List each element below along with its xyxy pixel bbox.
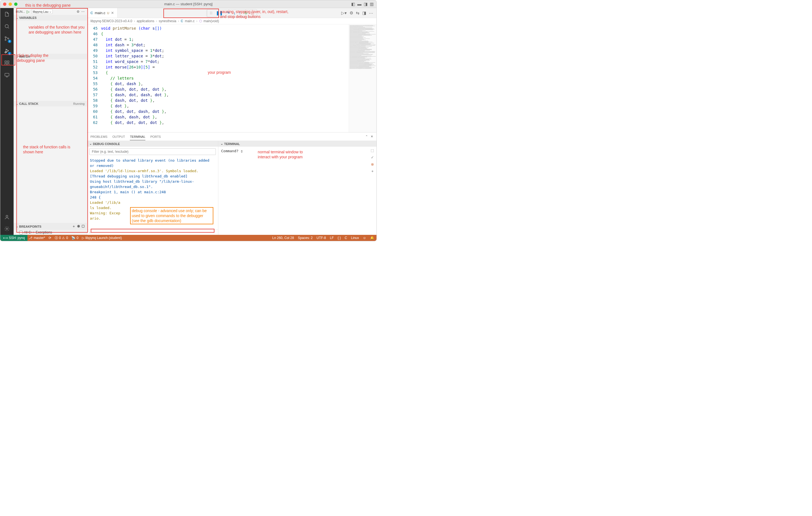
code-content[interactable]: void printMorse (char s[]){ int dot = 1;… (101, 26, 349, 132)
minimize-window-button[interactable] (9, 2, 12, 6)
breakpoints-section-header[interactable]: ⌄BREAKPOINTS ＋ ◉ ▢ (13, 223, 87, 230)
debug-badge: 1 (8, 52, 11, 55)
add-breakpoint-icon[interactable]: ＋ (72, 224, 76, 229)
remove-breakpoints-icon[interactable]: ▢ (82, 224, 85, 229)
encoding[interactable]: UTF-8 (317, 236, 326, 240)
terminal-content[interactable]: Command? ▯ (218, 147, 368, 235)
toggle-panel-icon[interactable]: ▬ (357, 2, 361, 7)
minimap[interactable]: ▬▬▬▬▬▬▬▬▬ ▬ ▬▬▬▬▬▬▬▬▬▬▬▬▬▬▬▬ ▬▬▬ ▬▬ ▬▬▬▬… (349, 24, 376, 132)
scm-badge: 8 (8, 40, 11, 43)
os-indicator[interactable]: Linux (351, 236, 359, 240)
tab-problems[interactable]: PROBLEMS (90, 135, 107, 139)
tab-ports[interactable]: PORTS (150, 135, 161, 139)
warning-icon: ⚠ (62, 236, 65, 240)
debug-config-select[interactable]: libpynq Lau⌵ (31, 9, 53, 14)
step-out-button[interactable]: ↑ (239, 10, 241, 15)
terminal-header[interactable]: ⌄TERMINAL (218, 141, 376, 147)
remote-explorer-icon[interactable] (3, 71, 11, 79)
split-editor-icon[interactable]: ◨ (362, 10, 366, 16)
drag-handle-icon[interactable]: ⁝⁝ (210, 10, 212, 16)
toggle-secondary-sidebar-icon[interactable]: ◨ (364, 2, 368, 7)
svg-rect-7 (5, 63, 7, 65)
terminal-check-icon[interactable]: ✓ (371, 155, 374, 159)
tab-output[interactable]: OUTPUT (112, 135, 125, 139)
explorer-icon[interactable] (3, 10, 11, 18)
variables-section-header[interactable]: ⌄VARIABLES (13, 15, 87, 21)
debug-settings-gear-icon[interactable]: ⚙ (77, 10, 80, 13)
sync-button[interactable]: ⟳ (49, 236, 51, 240)
diff-icon[interactable]: ⇆ (356, 10, 359, 16)
svg-rect-8 (7, 63, 9, 65)
lang-braces[interactable]: { } (338, 236, 341, 240)
restart-button[interactable]: ↻ (244, 10, 248, 16)
debug-console-filter-input[interactable] (89, 148, 216, 155)
start-debug-button[interactable]: ▷ (27, 9, 30, 14)
code-editor[interactable]: 454647484950515253545556575859606162 voi… (87, 24, 349, 132)
pause-button[interactable]: ❚❚ (216, 10, 223, 16)
svg-point-3 (8, 38, 9, 39)
debug-console-header[interactable]: ⌄DEBUG CONSOLE (87, 141, 218, 147)
more-actions-icon[interactable]: ⋯ (81, 10, 85, 13)
watch-section-body (13, 59, 87, 101)
indentation[interactable]: Spaces: 2 (298, 236, 313, 240)
debug-target[interactable]: ▷libpynq Launch (student) (82, 236, 122, 240)
editor-tabbar: C main.c U ✕ ⁝⁝ ❚❚ ↷ ↓ ↑ ↻ □ ▷▾ ⚙ (87, 8, 376, 18)
terminal-side-icons: ⬚ ✓ ⊗ ⌖ (368, 147, 376, 235)
ports-status[interactable]: 📡0 (71, 236, 79, 240)
source-control-icon[interactable]: 8 (3, 35, 11, 42)
eol[interactable]: LF (330, 236, 334, 240)
svg-point-1 (5, 37, 6, 38)
more-editor-actions-icon[interactable]: ⋯ (369, 10, 373, 16)
error-icon: ⓧ (55, 236, 58, 240)
remote-ssh-indicator[interactable]: ⟷SSH: pynq (0, 235, 27, 241)
run-file-button[interactable]: ▷▾ (341, 10, 347, 16)
breadcrumb[interactable]: libpynq-5EWC0-2023-v0.4.0› applications›… (87, 18, 376, 24)
tab-terminal[interactable]: TERMINAL (130, 135, 145, 140)
problems-status[interactable]: ⓧ0 ⚠0 (55, 236, 68, 240)
notifications-icon[interactable]: 🔔 (370, 236, 374, 240)
terminal-cube-icon[interactable]: ⬚ (371, 148, 374, 152)
extensions-icon[interactable] (3, 59, 11, 67)
breakpoint-row: All C++ Exceptions (13, 230, 87, 235)
customize-layout-icon[interactable]: ▥ (370, 2, 374, 7)
svg-rect-9 (5, 73, 9, 76)
cursor-position[interactable]: Ln 260, Col 28 (272, 236, 294, 240)
search-icon[interactable] (3, 23, 11, 30)
bottom-panel: PROBLEMS OUTPUT TERMINAL PORTS ⌃ ✕ ⌄DEBU… (87, 132, 376, 235)
step-into-button[interactable]: ↓ (233, 10, 235, 15)
close-tab-icon[interactable]: ✕ (111, 11, 114, 15)
debug-console-output[interactable]: Stopped due to shared library event (no … (87, 157, 218, 229)
editor-tab-main-c[interactable]: C main.c U ✕ (87, 8, 118, 18)
feedback-icon[interactable]: ☺ (363, 236, 366, 240)
accounts-icon[interactable] (3, 213, 11, 221)
svg-point-0 (5, 24, 8, 28)
close-panel-icon[interactable]: ✕ (371, 135, 373, 139)
maximize-window-button[interactable] (14, 2, 18, 6)
terminal-bug-icon[interactable]: ⊗ (371, 162, 374, 166)
chevron-down-icon: ⌄ (16, 55, 18, 58)
debug-alt-icon: ▷ (82, 236, 84, 240)
watch-section-header[interactable]: ⌄WATCH (13, 54, 87, 59)
breakpoint-checkbox[interactable] (19, 231, 23, 234)
debug-console-prompt[interactable]: › (87, 229, 218, 235)
callstack-section-header[interactable]: ⌄CALL STACKRunning (13, 101, 87, 107)
run-debug-icon[interactable]: 1 (3, 47, 11, 55)
svg-rect-5 (5, 61, 7, 63)
activity-bar: 8 1 (0, 8, 13, 235)
stop-button[interactable]: □ (251, 10, 254, 15)
language-mode[interactable]: C (345, 236, 347, 240)
titlebar-layout-controls: ◧ ▬ ◨ ▥ (351, 2, 374, 7)
terminal-debug-icon[interactable]: ⌖ (372, 169, 373, 174)
toggle-breakpoints-icon[interactable]: ◉ (77, 224, 80, 229)
toggle-primary-sidebar-icon[interactable]: ◧ (351, 2, 355, 7)
svg-point-2 (5, 39, 6, 40)
close-window-button[interactable] (3, 2, 6, 6)
callstack-status: Running (73, 102, 85, 105)
chevron-down-icon: ⌄ (89, 142, 92, 146)
step-over-button[interactable]: ↷ (226, 10, 230, 16)
maximize-panel-icon[interactable]: ⌃ (365, 135, 368, 139)
git-branch-item[interactable]: ⎇master* (29, 236, 45, 240)
editor-settings-icon[interactable]: ⚙ (350, 10, 353, 16)
debug-console-pane: ⌄DEBUG CONSOLE Stopped due to shared lib… (87, 141, 218, 235)
settings-gear-icon[interactable] (3, 225, 11, 233)
